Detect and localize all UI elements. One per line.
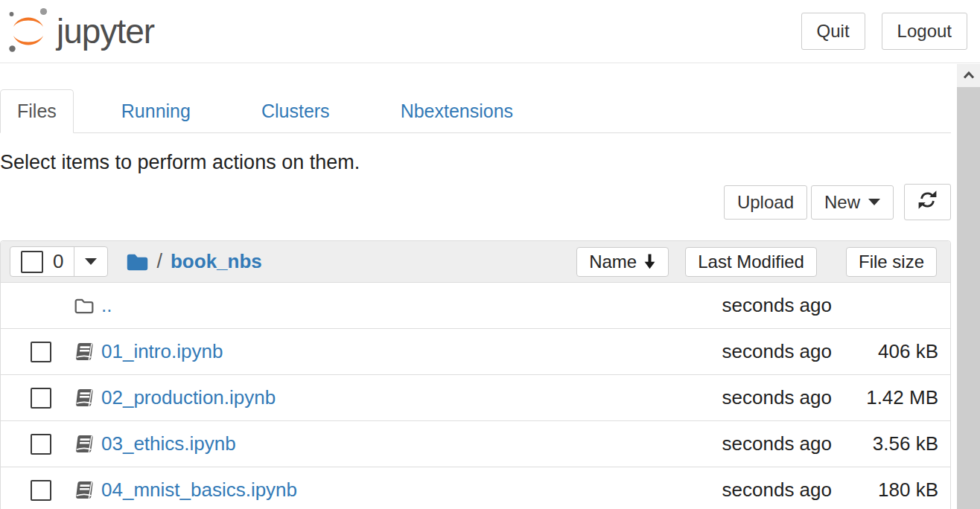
select-filter-dropdown[interactable]: [74, 247, 107, 276]
sort-button-last-modified[interactable]: Last Modified: [685, 247, 817, 277]
file-link[interactable]: 01_intro.ipynb: [101, 340, 223, 363]
file-link[interactable]: 03_ethics.ipynb: [101, 432, 236, 455]
file-size-value: 1.42 MB: [832, 386, 938, 409]
last-modified-value: seconds ago: [713, 386, 832, 409]
top-bar: jupyter Quit Logout: [0, 0, 980, 63]
new-dropdown-button[interactable]: New: [811, 185, 894, 220]
notebook-list-header: 0 / book_nbs NameLast Modif: [1, 241, 950, 282]
vertical-scrollbar[interactable]: [957, 64, 980, 509]
sort-button-label: Last Modified: [698, 252, 804, 272]
file-row: 02_production.ipynbseconds ago1.42 MB: [1, 374, 950, 420]
file-size-value: 180 kB: [832, 478, 938, 502]
arrow-down-icon: [643, 254, 656, 269]
file-link[interactable]: 02_production.ipynb: [101, 386, 276, 409]
notebook-list-rows: ..seconds ago01_intro.ipynbseconds ago40…: [1, 282, 950, 509]
file-size-value: 3.56 kB: [832, 432, 938, 455]
row-checkbox-cell: [31, 434, 51, 455]
logout-button[interactable]: Logout: [882, 13, 967, 50]
main-content: FilesRunningClustersNbextensions Select …: [0, 64, 951, 509]
caret-down-icon: [85, 258, 97, 265]
jupyter-logo-icon: [7, 6, 49, 57]
upload-button[interactable]: Upload: [724, 185, 807, 220]
quit-button[interactable]: Quit: [801, 13, 865, 50]
tab-running[interactable]: Running: [98, 89, 214, 133]
refresh-button[interactable]: [904, 184, 951, 220]
jupyter-logo-text: jupyter: [57, 11, 154, 51]
selected-count: 0: [53, 250, 63, 273]
select-all-button-group: 0: [10, 246, 108, 277]
row-checkbox[interactable]: [31, 388, 51, 409]
file-row: 04_mnist_basics.ipynbseconds ago180 kB: [1, 467, 950, 509]
caret-down-icon: [868, 199, 880, 205]
jupyter-logo[interactable]: jupyter: [7, 6, 154, 57]
file-row: 01_intro.ipynbseconds ago406 kB: [1, 328, 950, 374]
tab-bar: FilesRunningClustersNbextensions: [0, 89, 951, 133]
refresh-icon: [917, 191, 938, 214]
last-modified-value: seconds ago: [713, 432, 832, 455]
tab-nbextensions[interactable]: Nbextensions: [378, 89, 536, 133]
sort-button-row: NameLast ModifiedFile size: [576, 247, 937, 277]
row-checkbox[interactable]: [31, 342, 51, 362]
notebook-icon: [74, 481, 95, 499]
file-size-value: 406 kB: [832, 340, 938, 363]
last-modified-value: seconds ago: [713, 340, 832, 363]
tab-files[interactable]: Files: [0, 89, 74, 133]
notebook-icon: [74, 435, 95, 453]
folder-open-outline-icon: [74, 297, 95, 315]
breadcrumb-root folder-icon[interactable]: [126, 252, 149, 272]
scrollbar-up-button[interactable]: [957, 64, 980, 87]
new-button-label: New: [824, 192, 860, 213]
select-all-control[interactable]: 0: [10, 247, 74, 276]
select-all-checkbox[interactable]: [21, 251, 43, 273]
sort-button-label: File size: [859, 252, 924, 272]
sort-button-label: Name: [589, 252, 637, 272]
last-modified-value: seconds ago: [713, 294, 832, 317]
file-link[interactable]: ..: [101, 294, 112, 317]
row-checkbox-cell: [31, 388, 51, 409]
sort-button-file-size[interactable]: File size: [846, 247, 937, 277]
notebook-icon: [74, 342, 95, 361]
breadcrumb-separator: /: [156, 250, 162, 273]
notebook-icon: [74, 388, 95, 407]
row-checkbox[interactable]: [31, 434, 51, 455]
row-checkbox-cell: [31, 342, 51, 362]
breadcrumb: / book_nbs: [126, 250, 261, 273]
last-modified-value: seconds ago: [713, 478, 832, 502]
sort-button-name[interactable]: Name: [576, 247, 669, 277]
breadcrumb-current-folder[interactable]: book_nbs: [171, 250, 262, 273]
action-toolbar: Upload New: [0, 184, 951, 220]
session-buttons: Quit Logout: [801, 13, 967, 50]
tab-clusters[interactable]: Clusters: [238, 89, 353, 133]
file-row: ..seconds ago: [1, 282, 950, 328]
scrollbar-thumb[interactable]: [957, 87, 980, 509]
file-row: 03_ethics.ipynbseconds ago3.56 kB: [1, 420, 950, 467]
chevron-up-icon: [962, 69, 976, 83]
instructions-text: Select items to perform actions on them.: [0, 151, 951, 174]
jupyter-file-browser: jupyter Quit Logout FilesRunningClusters…: [0, 0, 980, 509]
row-checkbox[interactable]: [31, 480, 51, 501]
row-checkbox-cell: [31, 480, 51, 501]
file-link[interactable]: 04_mnist_basics.ipynb: [101, 478, 297, 502]
notebook-list: 0 / book_nbs NameLast Modif: [0, 240, 951, 509]
